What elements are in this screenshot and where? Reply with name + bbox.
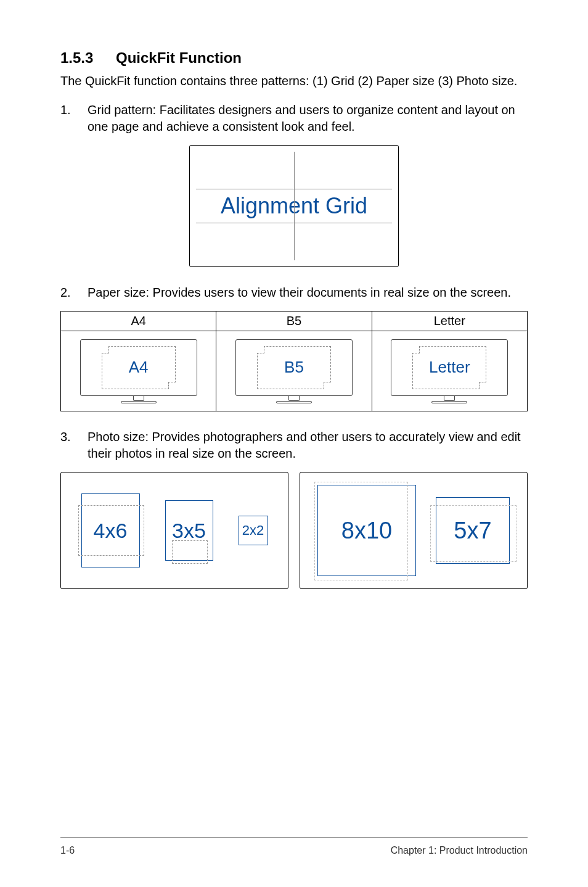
list-item-3: 3. Photo size: Provides photographers an… [60, 429, 528, 462]
table-header: Letter [372, 311, 527, 331]
table-header-row: A4 B5 Letter [61, 311, 528, 331]
photo-size-row: 4x6 3x5 2x2 8x10 5x7 [60, 472, 528, 589]
table-row: A4 B5 [61, 331, 528, 411]
photo-box-4x6: 4x6 [81, 493, 140, 567]
screen-icon: B5 [235, 339, 353, 396]
fold-icon [412, 346, 420, 353]
dash-overlay [172, 540, 208, 564]
grid-divider [294, 189, 295, 223]
photo-box-8x10: 8x10 [317, 485, 416, 576]
section-number: 1.5.3 [60, 49, 116, 67]
paper-label: A4 [129, 358, 149, 377]
list-number: 1. [60, 102, 88, 135]
grid-label-row: Alignment Grid [196, 189, 392, 223]
section-title: QuickFit Function [116, 49, 242, 66]
paper-size-table: A4 B5 Letter A4 [60, 311, 528, 411]
monitor-icon: Letter [391, 339, 508, 403]
monitor-base [431, 401, 467, 403]
fold-icon [257, 346, 264, 353]
dash-overlay [78, 505, 144, 556]
table-cell: Letter [372, 331, 527, 411]
table-cell: B5 [216, 331, 372, 411]
photo-label: 2x2 [242, 522, 264, 538]
screen-icon: A4 [80, 339, 197, 396]
grid-cell [196, 152, 295, 189]
fold-icon [168, 382, 176, 389]
intro-text: The QuickFit function contains three pat… [60, 73, 528, 89]
monitor-base [276, 401, 312, 403]
list-number: 3. [60, 429, 88, 462]
dash-overlay [314, 482, 408, 580]
paper-outline: A4 [102, 346, 176, 389]
list-item-2: 2. Paper size: Provides users to view th… [60, 284, 528, 301]
monitor-stand [444, 396, 455, 401]
page-number: 1-6 [60, 845, 75, 856]
table-header: A4 [61, 311, 216, 331]
chapter-label: Chapter 1: Product Introduction [391, 845, 528, 856]
paper-outline: Letter [412, 346, 486, 389]
grid-row [196, 152, 392, 189]
list-text: Photo size: Provides photographers and o… [88, 429, 528, 462]
list-text: Paper size: Provides users to view their… [88, 284, 528, 301]
list-text: Grid pattern: Facilitates designers and … [88, 102, 528, 135]
grid-row [196, 223, 392, 260]
dash-overlay [430, 505, 517, 562]
monitor-stand [288, 396, 300, 401]
grid-cell [196, 223, 295, 260]
table-cell: A4 [61, 331, 216, 411]
table-header: B5 [216, 311, 372, 331]
paper-label: Letter [429, 358, 470, 377]
paper-label: B5 [284, 358, 304, 377]
monitor-icon: B5 [235, 339, 353, 403]
photo-box-2x2: 2x2 [239, 516, 268, 545]
monitor-base [121, 401, 157, 403]
fold-icon [102, 346, 109, 353]
photo-card: 8x10 5x7 [300, 472, 528, 589]
grid-cell [295, 223, 393, 260]
list-number: 2. [60, 284, 88, 301]
grid-cell [295, 152, 393, 189]
fold-icon [479, 382, 486, 389]
photo-box-3x5: 3x5 [165, 500, 213, 561]
monitor-icon: A4 [80, 339, 197, 403]
photo-box-5x7: 5x7 [436, 497, 510, 564]
section-heading: 1.5.3QuickFit Function [60, 49, 528, 67]
page-footer: 1-6 Chapter 1: Product Introduction [60, 837, 528, 856]
fold-icon [324, 382, 331, 389]
screen-icon: Letter [391, 339, 508, 396]
photo-card: 4x6 3x5 2x2 [60, 472, 288, 589]
photo-label: 3x5 [172, 519, 206, 543]
monitor-stand [133, 396, 144, 401]
alignment-grid-figure: Alignment Grid [189, 145, 399, 267]
list-item-1: 1. Grid pattern: Facilitates designers a… [60, 102, 528, 135]
paper-outline: B5 [257, 346, 331, 389]
